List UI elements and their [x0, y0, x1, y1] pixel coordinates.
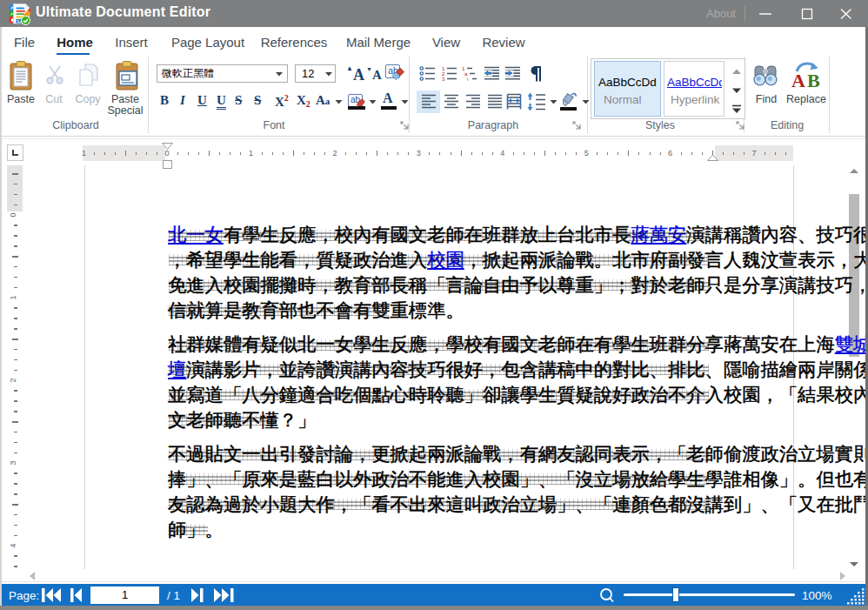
svg-text:B: B — [807, 70, 820, 90]
svg-text:A: A — [791, 70, 805, 90]
svg-text:i: i — [467, 77, 468, 81]
svg-text:3: 3 — [442, 77, 445, 81]
